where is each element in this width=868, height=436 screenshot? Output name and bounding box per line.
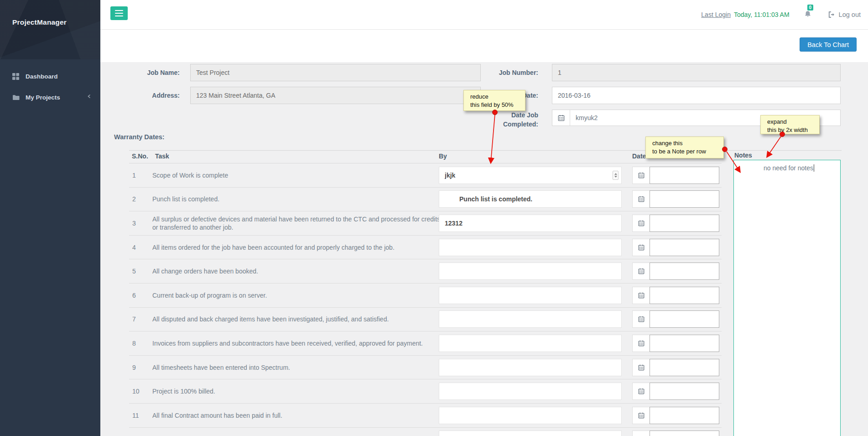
table-row: 7 All disputed and back charged items ha… <box>129 308 722 332</box>
notes-text: no need for notes <box>764 164 814 172</box>
row-date-input[interactable] <box>650 310 719 328</box>
row-number: 9 <box>129 364 152 371</box>
row-number: 4 <box>129 244 152 251</box>
notes-textarea[interactable] <box>733 160 841 436</box>
job-number-label: Job Number: <box>438 64 538 81</box>
calendar-icon[interactable] <box>632 431 650 436</box>
number-spinner-icon[interactable] <box>613 171 619 180</box>
address-input <box>190 87 481 104</box>
by-input[interactable] <box>439 167 622 184</box>
task-label: Scope of Work is complete <box>152 171 444 179</box>
calendar-icon[interactable] <box>632 383 650 400</box>
table-row: 9 All timesheets have been entered into … <box>129 356 722 380</box>
task-label: All final Contract amount has been paid … <box>152 411 444 420</box>
table-row: 1 Scope of Work is complete <box>129 163 722 188</box>
logout-icon <box>828 11 835 18</box>
calendar-icon[interactable] <box>552 110 570 126</box>
calendar-icon[interactable] <box>632 310 650 328</box>
chevron-left-icon[interactable] <box>87 94 92 99</box>
by-field <box>439 263 622 280</box>
by-field <box>439 407 622 424</box>
date-field <box>632 407 719 424</box>
date-field <box>632 239 719 256</box>
date-field <box>632 431 719 436</box>
by-input[interactable] <box>439 190 622 208</box>
task-label: All timesheets have been entered into Sp… <box>152 363 444 372</box>
row-number: 6 <box>129 292 152 299</box>
task-label: Current back-up of program is on server. <box>152 291 444 299</box>
calendar-icon[interactable] <box>632 263 650 280</box>
column-header-notes: Notes <box>734 152 752 159</box>
table-row: 4 All items ordered for the job have bee… <box>129 236 722 260</box>
table-top-divider <box>129 150 842 151</box>
by-input[interactable] <box>439 263 622 280</box>
by-field <box>439 431 622 436</box>
by-input[interactable] <box>439 359 622 376</box>
calendar-icon[interactable] <box>632 335 650 352</box>
by-input[interactable] <box>439 431 622 436</box>
by-field <box>439 215 622 232</box>
table-row: 5 All change orders have been booked. <box>129 259 722 284</box>
table-row: 8 Invoices from suppliers and subcontrac… <box>129 331 722 356</box>
calendar-icon[interactable] <box>632 287 650 304</box>
by-input[interactable] <box>439 287 622 304</box>
job-name-label: Job Name: <box>100 64 180 81</box>
task-label: Invoices from suppliers and subcontracto… <box>152 339 444 347</box>
row-date-input[interactable] <box>650 239 719 256</box>
row-date-input[interactable] <box>650 263 719 280</box>
last-login-link[interactable]: Last Login <box>701 11 731 18</box>
logout-label: Log out <box>839 11 861 18</box>
calendar-icon[interactable] <box>632 167 650 184</box>
row-number: 5 <box>129 268 152 275</box>
calendar-icon[interactable] <box>632 359 650 376</box>
by-input[interactable] <box>439 335 622 352</box>
column-header-date: Date <box>632 152 646 160</box>
row-number: 2 <box>129 195 152 203</box>
row-date-input[interactable] <box>650 383 719 400</box>
table-row: 10 Project is 100% billed. <box>129 379 722 404</box>
date-field <box>632 359 719 376</box>
by-input[interactable] <box>439 407 622 424</box>
by-input[interactable] <box>439 383 622 400</box>
task-label: Punch list is completed. <box>152 195 444 203</box>
row-date-input[interactable] <box>650 215 719 232</box>
task-label: All change orders have been booked. <box>152 267 444 275</box>
date-input[interactable] <box>552 87 841 104</box>
table-row: 2 Punch list is completed. <box>129 188 722 212</box>
by-field <box>439 190 622 208</box>
row-date-input[interactable] <box>650 167 719 184</box>
top-bar: Last Login Today, 11:01:03 AM 0 Log out <box>100 0 868 30</box>
job-number-input <box>552 64 841 81</box>
by-input[interactable] <box>439 239 622 256</box>
calendar-icon[interactable] <box>632 239 650 256</box>
date-field <box>632 287 719 304</box>
by-field <box>439 287 622 304</box>
folder-icon <box>12 94 20 101</box>
sidebar-nav: Dashboard My Projects <box>0 59 100 108</box>
row-date-input[interactable] <box>650 407 719 424</box>
sidebar-item-my-projects[interactable]: My Projects <box>0 87 100 108</box>
back-to-chart-button[interactable]: Back To Chart <box>800 37 857 52</box>
column-header-task: Task <box>155 152 169 160</box>
warranty-section-title: Warranty Dates: <box>114 133 165 141</box>
by-input[interactable] <box>439 215 622 232</box>
date-field <box>632 167 719 184</box>
sidebar-toggle-button[interactable] <box>110 6 128 20</box>
by-input[interactable] <box>439 310 622 328</box>
calendar-icon[interactable] <box>632 190 650 208</box>
row-date-input[interactable] <box>650 335 719 352</box>
date-field <box>632 190 719 208</box>
sidebar-item-dashboard[interactable]: Dashboard <box>0 66 100 87</box>
calendar-icon[interactable] <box>632 407 650 424</box>
notifications-bell[interactable]: 0 <box>803 9 813 21</box>
date-field <box>632 335 719 352</box>
calendar-icon[interactable] <box>632 215 650 232</box>
row-date-input[interactable] <box>650 287 719 304</box>
row-number: 3 <box>129 220 152 227</box>
row-date-input[interactable] <box>650 359 719 376</box>
row-number: 11 <box>129 412 152 419</box>
logout-button[interactable]: Log out <box>828 11 861 18</box>
row-date-input[interactable] <box>650 190 719 208</box>
row-date-input[interactable] <box>650 431 719 436</box>
by-field <box>439 359 622 376</box>
